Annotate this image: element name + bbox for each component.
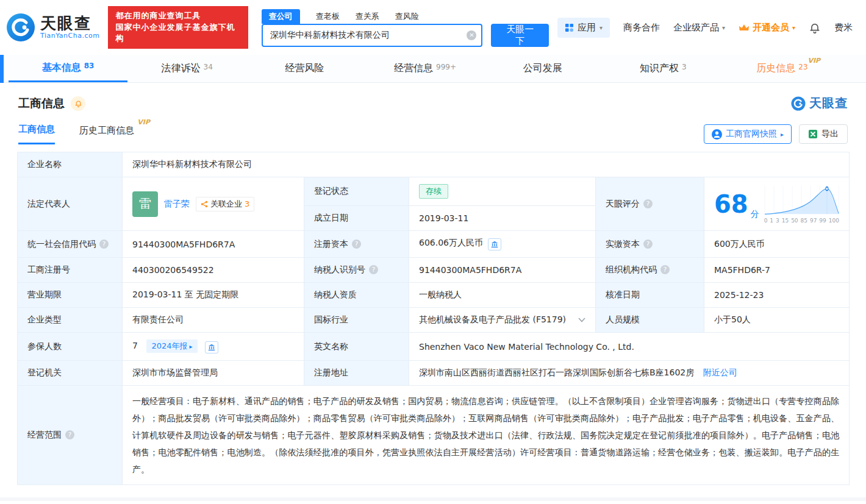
search-button[interactable]: 天眼一下	[491, 24, 549, 47]
org-code-help-icon[interactable]: ?	[660, 265, 670, 274]
score-label: 天眼评分?	[596, 177, 704, 231]
score-distribution-chart: 01 315 5085 9799 100	[764, 185, 839, 224]
username[interactable]: 费米	[834, 22, 853, 34]
taxpayer-id-help-icon[interactable]: ?	[369, 265, 378, 274]
left-accent-bar	[0, 55, 4, 83]
apps-grid-icon	[565, 23, 574, 32]
promo-banner-line1: 都在用的商业查询工具	[115, 10, 240, 22]
taxpayer-id-value: 91440300MA5FHD6R7A	[409, 258, 596, 283]
tab-legal-proceedings[interactable]: 法律诉讼 34	[127, 55, 246, 82]
official-snapshot-label: 工商官网快照	[726, 129, 777, 140]
table-row: 经营范围? 一般经营项目：电子新材料、通讯产品的销售；电子产品的研发及销售；国内…	[18, 386, 850, 485]
tab-operation-risk-label: 经营风险	[285, 62, 324, 75]
bottom-divider	[0, 497, 866, 501]
export-button[interactable]: 导出	[799, 124, 848, 144]
subtab-business-info[interactable]: 工商信息	[18, 124, 55, 144]
subtab-history-business-info[interactable]: 历史工商信息 VIP	[79, 125, 134, 144]
enterprise-products-menu[interactable]: 企业级产品 ▾	[673, 22, 725, 34]
watermark-logo-icon	[791, 96, 806, 111]
tab-intellectual-property[interactable]: 知识产权 3	[604, 55, 723, 82]
search-tab-relation[interactable]: 查关系	[356, 9, 379, 24]
insured-label: 参保人数	[18, 333, 123, 361]
legal-rep-name-link[interactable]: 雷子荣	[164, 199, 190, 210]
open-vip-menu[interactable]: 开通会员 ▾	[739, 22, 795, 34]
search-tab-risk[interactable]: 查风险	[395, 9, 419, 24]
table-row: 登记机关 深圳市市场监督管理局 注册地址 深圳市南山区西丽街道西丽社区打石一路深…	[18, 361, 850, 386]
tab-basic-info[interactable]: 基本信息 83	[9, 55, 127, 82]
person-circle-icon	[712, 129, 722, 140]
apps-menu-label: 应用	[578, 22, 596, 34]
enterprise-products-caret-icon: ▾	[722, 24, 725, 31]
related-companies-chip[interactable]: 关联企业 3	[196, 197, 254, 211]
business-cooperation-link[interactable]: 商务合作	[623, 22, 660, 34]
open-vip-label: 开通会员	[753, 22, 789, 34]
score-unit: 分	[751, 209, 759, 220]
scope-help-icon[interactable]: ?	[65, 430, 74, 439]
authority-value: 深圳市市场监督管理局	[123, 361, 304, 386]
org-code-value: MA5FHD6R-7	[704, 258, 850, 283]
tab-history-info[interactable]: VIP 历史信息 23	[723, 55, 842, 82]
company-nav-tabs: 基本信息 83 法律诉讼 34 经营风险 经营信息 999+ 公司发展 知识产权…	[0, 55, 866, 83]
tab-operation-risk[interactable]: 经营风险	[246, 55, 365, 82]
section-header: 工商信息 天眼查	[18, 95, 848, 112]
top-header: 天眼查 TianYanCha.com 都在用的商业查询工具 国家中小企业发展子基…	[0, 0, 866, 55]
tab-legal-proceedings-label: 法律诉讼	[162, 62, 201, 75]
insured-source-icon[interactable]	[205, 341, 218, 353]
watermark-brand-text: 天眼查	[809, 95, 848, 112]
tab-intellectual-property-count: 3	[682, 63, 687, 71]
apps-menu[interactable]: 应用 ▾	[557, 18, 610, 38]
network-icon	[201, 201, 208, 208]
subscribe-bell-icon[interactable]	[71, 96, 85, 111]
reg-status-label: 登记状态	[304, 177, 409, 206]
related-companies-label: 关联企业	[210, 199, 242, 210]
enterprise-products-label: 企业级产品	[673, 22, 719, 34]
snapshot-arrow-icon: ▸	[781, 131, 784, 138]
legal-rep-value: 雷 雷子荣 关联企业 3	[123, 177, 304, 231]
paid-capital-help-icon[interactable]: ?	[643, 240, 653, 249]
history-vip-badge: VIP	[807, 57, 820, 65]
tab-history-info-label: 历史信息	[756, 62, 795, 75]
paid-capital-label: 实缴资本?	[596, 231, 704, 258]
table-row: 法定代表人 雷 雷子荣 关联企业 3	[18, 177, 850, 206]
tianyancha-watermark: 天眼查	[791, 95, 848, 112]
subtab-row: 工商信息 历史工商信息 VIP 工商官网快照 ▸ 导出	[18, 124, 848, 144]
official-snapshot-button[interactable]: 工商官网快照 ▸	[704, 124, 792, 144]
crown-icon	[739, 24, 750, 32]
tab-operation-info-count: 999+	[436, 63, 456, 71]
search-tab-boss[interactable]: 查老板	[316, 9, 340, 24]
notification-bell-icon[interactable]	[809, 21, 821, 34]
search-input[interactable]	[262, 24, 483, 47]
address-value: 深圳市南山区西丽街道西丽社区打石一路深圳国际创新谷七栋B座1602房 附近公司	[409, 361, 850, 386]
reg-number-value: 440300206549522	[123, 258, 304, 283]
taxpayer-id-label: 纳税人识别号?	[304, 258, 409, 283]
insured-value: 7 2024年报 ▸	[123, 333, 304, 361]
annual-report-label: 2024年报	[151, 341, 187, 352]
tab-company-development[interactable]: 公司发展	[485, 55, 604, 82]
nearby-companies-link[interactable]: 附近公司	[703, 367, 737, 377]
search-tab-company[interactable]: 查公司	[262, 9, 300, 24]
table-row: 企业名称 深圳华中科新材料技术有限公司	[18, 152, 850, 177]
score-axis-labels: 01 315 5085 9799 100	[764, 218, 839, 224]
tab-operation-info-label: 经营信息	[394, 62, 433, 75]
tianyancha-logo[interactable]: 天眼查 TianYanCha.com	[6, 13, 99, 42]
uscc-help-icon[interactable]: ?	[99, 240, 109, 249]
business-cooperation-label: 商务合作	[623, 22, 660, 34]
taxpayer-quality-value: 一般纳税人	[409, 283, 596, 308]
legal-rep-label: 法定代表人	[18, 177, 123, 231]
subtab-history-business-info-label: 历史工商信息	[79, 125, 134, 136]
annual-report-chip[interactable]: 2024年报 ▸	[146, 339, 197, 353]
taxpayer-quality-label: 纳税人资质	[304, 283, 409, 308]
score-help-icon[interactable]: ?	[643, 199, 653, 208]
search-area: 查公司 查老板 查关系 查风险 ✕ 天眼一下	[262, 8, 549, 47]
authority-label: 登记机关	[18, 361, 123, 386]
promo-banner: 都在用的商业查询工具 国家中小企业发展子基金旗下机构	[108, 6, 248, 49]
tab-operation-info[interactable]: 经营信息 999+	[365, 55, 484, 82]
industry-value: 其他机械设备及电子产品批发 (F5179)	[409, 308, 596, 333]
chevron-down-icon[interactable]	[578, 318, 585, 322]
company-name-value: 深圳华中科新材料技术有限公司	[123, 152, 850, 177]
capital-source-icon[interactable]	[488, 238, 501, 250]
related-companies-count: 3	[245, 199, 249, 208]
legal-rep-avatar[interactable]: 雷	[132, 191, 158, 217]
reg-capital-help-icon[interactable]: ?	[352, 240, 361, 249]
reg-status-value: 存续	[409, 177, 596, 206]
